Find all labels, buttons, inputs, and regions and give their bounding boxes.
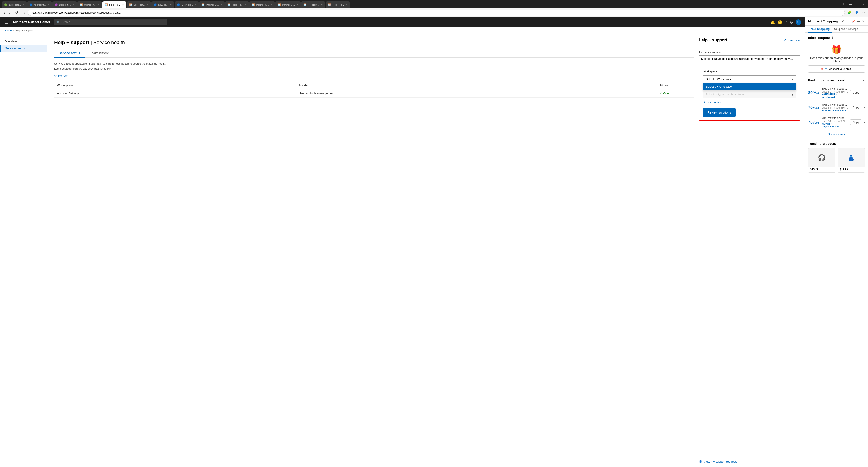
tab-close-icon[interactable]: ✕: [220, 3, 222, 6]
breadcrumb-home[interactable]: Home: [4, 29, 12, 32]
coupon-expand-button-2[interactable]: ›: [864, 120, 865, 124]
home-button[interactable]: ⌂: [21, 10, 26, 16]
browser-tab-5[interactable]: 🪟Help + s...✕: [102, 1, 126, 8]
trending-item-1[interactable]: 👗 $19.99: [838, 148, 865, 173]
shopping-title: Microsoft Shopping: [808, 20, 838, 23]
problem-type-select[interactable]: Select or type a problem type: [703, 91, 796, 98]
workspace-option-select[interactable]: Select a Workspace: [703, 83, 796, 90]
coupon-expand-button-1[interactable]: ›: [864, 106, 865, 109]
feedback-icon[interactable]: 🙂: [778, 20, 782, 24]
browser-tab-8[interactable]: 🔵Get help...✕: [175, 1, 199, 8]
shopping-close-button[interactable]: ✕: [862, 20, 865, 23]
coupon-copy-button-0[interactable]: Copy: [850, 90, 862, 95]
browser-tab-4[interactable]: 🪟Microsoft...✕: [77, 1, 102, 8]
close-window-button[interactable]: ✕: [861, 1, 866, 7]
hamburger-menu[interactable]: ☰: [4, 19, 9, 25]
tab-close-icon[interactable]: ✕: [194, 3, 196, 6]
help-icon[interactable]: ?: [785, 20, 787, 24]
workspace-required: *: [717, 70, 719, 73]
back-button[interactable]: ‹: [2, 10, 6, 16]
browser-tab-9[interactable]: 🪟Partner C...✕: [199, 1, 224, 8]
problem-summary-label: Problem summary *: [699, 51, 800, 54]
tab-close-icon[interactable]: ✕: [22, 3, 24, 6]
last-updated: Last updated: February 22, 2024 at 2:43:…: [54, 67, 798, 70]
tab-close-icon[interactable]: ✕: [72, 3, 74, 6]
browser-tab-2[interactable]: 🔵microsoft...✕: [27, 1, 52, 8]
connect-email-button[interactable]: M ◻ Connect your email: [808, 65, 865, 72]
minimize-button[interactable]: —: [848, 1, 854, 7]
tab-close-icon[interactable]: ✕: [170, 3, 172, 6]
tab-favicon: 🪟: [129, 3, 132, 6]
tab-label: how do...: [158, 3, 168, 6]
reload-button[interactable]: ↺: [14, 9, 20, 16]
new-tab-button[interactable]: +: [841, 1, 846, 7]
user-avatar[interactable]: U: [796, 20, 801, 25]
tab-service-status[interactable]: Service status: [54, 49, 85, 58]
profile-button[interactable]: 👤: [854, 10, 860, 16]
browser-tab-6[interactable]: 🪟Microsof...✕: [127, 1, 151, 8]
problem-summary-input[interactable]: [699, 55, 800, 62]
tab-label: Program...: [308, 3, 319, 6]
shopping-pin-button[interactable]: 📌: [851, 20, 855, 23]
browser-tab-7[interactable]: 🔵how do...✕: [151, 1, 174, 8]
start-over-icon: ↺: [784, 38, 786, 42]
problem-type-select-wrapper: Select or type a problem type ▼: [703, 91, 796, 98]
more-tools-button[interactable]: ⋯: [861, 10, 866, 16]
browser-tab-3[interactable]: 🟣Dorset S...✕: [53, 1, 77, 8]
partner-center: ☰ Microsoft Partner Center 🔍 Search 🔔 🙂 …: [0, 17, 805, 467]
coupon-code-2: MC7RT • fragrancex.com: [822, 122, 848, 128]
forward-button[interactable]: ›: [8, 10, 12, 16]
shopping-tabs: Your Shopping Coupons & Savings: [805, 26, 868, 33]
title-separator: |: [91, 39, 93, 45]
tab-health-history[interactable]: Health history: [85, 49, 113, 58]
workspace-dropdown[interactable]: Select a Workspace: [703, 83, 796, 90]
settings-icon[interactable]: ⚙: [790, 20, 793, 24]
bell-icon[interactable]: 🔔: [771, 20, 775, 24]
show-more-button[interactable]: Show more ▾: [808, 130, 865, 138]
col-workspace: Workspace: [54, 82, 296, 89]
review-solutions-button[interactable]: Review solutions: [703, 108, 736, 117]
trending-grid: 🎧 $15.29 👗 $19.99: [808, 148, 865, 173]
tab-close-icon[interactable]: ✕: [296, 3, 298, 6]
sidebar-item-service-health[interactable]: Service health: [0, 45, 47, 52]
start-over-button[interactable]: ↺ Start over: [784, 38, 800, 42]
tab-close-icon[interactable]: ✕: [270, 3, 273, 6]
shopping-more-button[interactable]: ⋯: [846, 20, 850, 23]
address-bar[interactable]: [28, 9, 845, 16]
coupon-copy-button-2[interactable]: Copy: [850, 119, 862, 125]
sidebar-item-overview[interactable]: Overview: [0, 38, 47, 45]
workspace-select[interactable]: Select a Workspace: [703, 75, 796, 83]
trending-item-0[interactable]: 🎧 $15.29: [808, 148, 835, 173]
tab-close-icon[interactable]: ✕: [122, 3, 124, 6]
extensions-button[interactable]: 🧩: [847, 10, 852, 16]
browser-tab-10[interactable]: 🪟Help + s...✕: [225, 1, 249, 8]
service-table: Workspace Service Status Account Setting…: [54, 82, 798, 97]
shopping-refresh-button[interactable]: ↺: [842, 20, 845, 23]
tab-close-icon[interactable]: ✕: [345, 3, 347, 6]
maximize-button[interactable]: □: [855, 1, 860, 7]
search-bar[interactable]: 🔍 Search: [54, 19, 167, 25]
tab-close-icon[interactable]: ✕: [147, 3, 149, 6]
collapse-icon[interactable]: ▲: [862, 79, 865, 82]
shopping-minimize-button[interactable]: —: [857, 20, 860, 23]
nav-icons: 🔔 🙂 ? ⚙ U: [771, 20, 801, 25]
browser-tab-11[interactable]: 🪟Partner C...✕: [249, 1, 275, 8]
coupon-expand-button-0[interactable]: ›: [864, 91, 865, 94]
tab-label: Help + s...: [232, 3, 243, 6]
view-requests-link[interactable]: 👤 View my support requests: [699, 460, 800, 463]
browser-tab-12[interactable]: 🪟Partner C...✕: [275, 1, 301, 8]
tab-close-icon[interactable]: ✕: [321, 3, 323, 6]
browser-tab-1[interactable]: 🟢microsoft...✕: [2, 1, 27, 8]
outlook-icon: ◻: [825, 67, 827, 70]
shopping-tab-coupons[interactable]: Coupons & Savings: [832, 26, 860, 33]
browse-topics-link[interactable]: Browse topics: [703, 100, 796, 104]
tab-close-icon[interactable]: ✕: [97, 3, 100, 6]
search-placeholder: Search: [61, 21, 70, 24]
browser-tab-14[interactable]: 🪟Help + s...✕: [326, 1, 350, 8]
tab-close-icon[interactable]: ✕: [244, 3, 247, 6]
tab-close-icon[interactable]: ✕: [48, 3, 50, 6]
shopping-tab-your-shopping[interactable]: Your Shopping: [808, 26, 832, 33]
refresh-button[interactable]: ↺ Refresh: [54, 74, 68, 77]
coupon-copy-button-1[interactable]: Copy: [850, 105, 862, 110]
browser-tab-13[interactable]: 🪟Program...✕: [301, 1, 325, 8]
